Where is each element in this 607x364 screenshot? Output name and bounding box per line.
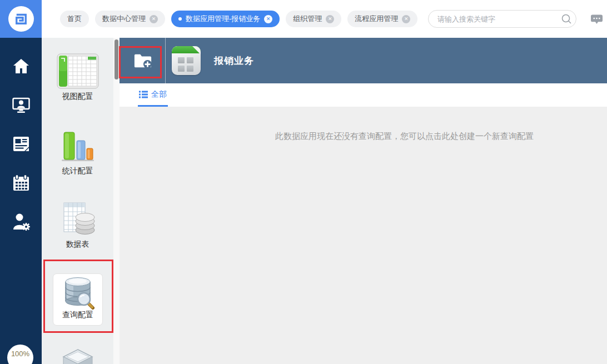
search-input[interactable] — [429, 15, 557, 23]
close-icon[interactable]: ✕ — [402, 15, 410, 23]
filter-tab-strip: 全部 — [120, 83, 607, 107]
tab-data-app-active[interactable]: 数据应用管理-报销业务 ✕ — [171, 11, 280, 27]
news-icon — [13, 136, 29, 152]
sidebar-scrollbar[interactable] — [113, 38, 120, 364]
app-window: 100% 视图配置 — [0, 0, 607, 364]
sidebar-item-label: 统计配置 — [62, 166, 93, 176]
header-divider — [165, 38, 166, 83]
nav-rail: 100% — [0, 0, 42, 364]
empty-state-message[interactable]: 此数据应用现在还没有查询配置，您可以点击此处创建一个新查询配置 — [120, 131, 607, 142]
zoom-level-value: 100% — [11, 350, 29, 364]
close-icon[interactable]: ✕ — [326, 15, 334, 23]
user-settings-icon — [12, 213, 30, 231]
app-icon-page-curl — [192, 46, 201, 54]
tab-label: 数据应用管理-报销业务 — [186, 14, 260, 24]
data-app-icon — [172, 46, 201, 75]
content-area: 此数据应用现在还没有查询配置，您可以点击此处创建一个新查询配置 — [120, 107, 607, 364]
message-bubble-icon — [591, 14, 603, 24]
tab-org-mgmt[interactable]: 组织管理 ✕ — [286, 11, 341, 27]
tab-all[interactable]: 全部 — [138, 83, 168, 107]
tab-label: 组织管理 — [293, 14, 322, 24]
tab-all-label: 全部 — [151, 89, 167, 99]
rail-user-monitor-button[interactable] — [0, 86, 42, 124]
tab-process-app[interactable]: 流程应用管理 ✕ — [347, 11, 417, 27]
sidebar-scrollbar-thumb[interactable] — [115, 39, 118, 79]
breadcrumb-tabs: 首页 数据中心管理 ✕ 数据应用管理-报销业务 ✕ 组织管理 ✕ 流程应用管理 … — [60, 11, 417, 27]
list-icon — [139, 91, 148, 98]
tab-label: 数据中心管理 — [102, 14, 146, 24]
logo-circle — [8, 6, 34, 32]
spiral-logo-icon — [13, 11, 29, 27]
view-config-icon — [57, 53, 99, 89]
rail-calendar-button[interactable] — [0, 163, 42, 202]
cube-icon — [61, 349, 94, 364]
tab-data-center[interactable]: 数据中心管理 ✕ — [95, 11, 165, 27]
folder-plus-icon — [133, 52, 152, 69]
close-icon[interactable]: ✕ — [150, 15, 158, 23]
page-title: 报销业务 — [214, 38, 254, 83]
sidebar-item-view-config[interactable]: 视图配置 — [42, 53, 113, 102]
sidebar-item-stats-config[interactable]: 统计配置 — [42, 127, 113, 176]
user-monitor-icon — [12, 97, 30, 113]
tab-label: 首页 — [67, 14, 82, 24]
calendar-icon — [13, 174, 29, 191]
stats-config-icon — [60, 127, 96, 163]
active-dot-icon — [178, 17, 182, 21]
app-icon-grid — [178, 57, 195, 72]
search-box — [428, 10, 576, 28]
search-icon — [561, 13, 572, 24]
home-icon — [13, 58, 29, 74]
rail-user-settings-button[interactable] — [0, 202, 42, 241]
app-logo[interactable] — [0, 0, 42, 38]
sidebar-item-label: 查询配置 — [62, 310, 93, 320]
search-button[interactable] — [557, 11, 576, 27]
zoom-level-badge[interactable]: 100% — [7, 345, 33, 364]
tab-label: 流程应用管理 — [355, 14, 398, 24]
sidebar-item-label: 数据表 — [66, 240, 89, 250]
sidebar-item-partial[interactable] — [42, 349, 113, 364]
topbar: 首页 数据中心管理 ✕ 数据应用管理-报销业务 ✕ 组织管理 ✕ 流程应用管理 … — [42, 0, 607, 38]
message-button[interactable] — [591, 14, 603, 27]
app-header-bar: 报销业务 — [120, 38, 607, 83]
sidebar-item-data-table[interactable]: 数据表 — [42, 202, 113, 250]
tab-home[interactable]: 首页 — [60, 11, 89, 27]
rail-home-button[interactable] — [0, 47, 42, 86]
rail-news-button[interactable] — [0, 124, 42, 163]
sidebar-item-query-config[interactable]: 查询配置 — [53, 273, 103, 326]
main-panel: 报销业务 全部 此数据应用现在还没有查询配置，您可以点击此处创建一个新查询配置 — [120, 38, 607, 364]
module-sidebar: 视图配置 统计配置 — [42, 38, 120, 364]
query-config-icon — [59, 276, 96, 310]
sidebar-item-label: 视图配置 — [62, 92, 93, 102]
add-folder-button[interactable] — [132, 52, 153, 69]
close-icon[interactable]: ✕ — [264, 15, 272, 23]
data-table-icon — [60, 202, 96, 237]
